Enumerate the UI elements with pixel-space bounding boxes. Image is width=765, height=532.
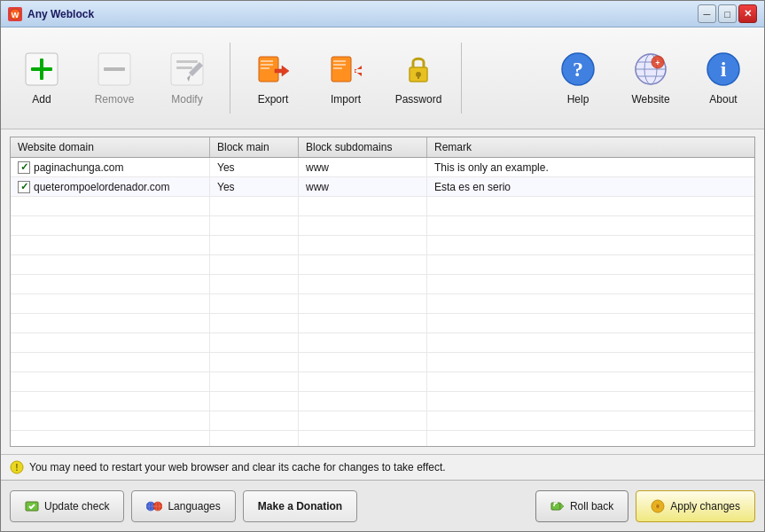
password-button[interactable]: Password — [383, 38, 454, 118]
col-block-main: Block main — [210, 137, 299, 157]
password-icon — [400, 51, 437, 88]
rollback-button[interactable]: Roll back — [535, 490, 628, 522]
separator-1 — [230, 43, 230, 113]
svg-rect-6 — [104, 67, 125, 71]
empty-row — [11, 372, 754, 392]
apply-label: Apply changes — [670, 500, 740, 512]
import-button[interactable]: Import — [310, 38, 381, 118]
cell-block-sub-2: www — [299, 177, 427, 196]
remove-icon — [96, 51, 133, 88]
svg-rect-14 — [261, 64, 273, 66]
cell-block-main-2: Yes — [210, 177, 299, 196]
help-button[interactable]: ? Help — [543, 38, 613, 118]
cell-block-sub-1: www — [299, 158, 427, 176]
svg-rect-25 — [418, 74, 419, 79]
languages-label: Languages — [168, 500, 220, 512]
svg-rect-4 — [31, 67, 52, 71]
restore-button[interactable]: □ — [718, 4, 737, 23]
empty-row — [11, 333, 754, 353]
password-label: Password — [395, 93, 442, 106]
empty-row — [11, 255, 754, 275]
rollback-label: Roll back — [570, 500, 613, 512]
help-icon: ? — [559, 51, 597, 88]
row-checkbox-1[interactable] — [18, 161, 30, 174]
add-button[interactable]: Add — [6, 38, 77, 118]
about-icon: i — [705, 51, 742, 88]
svg-text:+: + — [655, 59, 660, 67]
remove-label: Remove — [95, 93, 135, 106]
export-icon — [254, 51, 292, 88]
toolbar: Add Remove Modify — [1, 27, 764, 129]
titlebar: W Any Weblock ─ □ ✕ — [1, 1, 764, 27]
empty-row — [11, 294, 754, 314]
toolbar-right-group: ? Help + — [543, 38, 759, 118]
svg-text:W: W — [12, 11, 20, 20]
svg-marker-22 — [355, 66, 362, 76]
empty-row — [11, 197, 754, 216]
apply-icon — [651, 499, 665, 513]
table-body: paginachunga.com Yes www This is only an… — [11, 158, 754, 446]
donate-button[interactable]: Make a Donation — [243, 490, 357, 522]
svg-rect-21 — [333, 67, 342, 69]
statusbar: ! You may need to restart your web brows… — [1, 454, 764, 480]
bottombar: Update check Languages Make a Donation — [1, 480, 764, 531]
table-header: Website domain Block main Block subdomai… — [11, 137, 754, 158]
update-check-label: Update check — [44, 500, 109, 512]
svg-point-51 — [656, 505, 660, 508]
status-text: You may need to restart your web browser… — [29, 461, 446, 473]
empty-row — [11, 392, 754, 411]
update-check-icon — [25, 499, 39, 513]
website-label: Website — [631, 93, 669, 106]
table-row[interactable]: paginachunga.com Yes www This is only an… — [11, 158, 754, 177]
col-remark: Remark — [427, 137, 754, 157]
cell-remark-2: Esta es en serio — [427, 177, 754, 196]
modify-button[interactable]: Modify — [152, 38, 222, 118]
export-label: Export — [258, 93, 289, 106]
empty-row — [11, 216, 754, 236]
export-button[interactable]: Export — [238, 38, 308, 118]
col-domain: Website domain — [11, 137, 210, 157]
table-row[interactable]: queterompoelordenador.com Yes www Esta e… — [11, 177, 754, 197]
about-label: About — [709, 93, 737, 106]
cell-domain-2: queterompoelordenador.com — [11, 177, 210, 196]
app-icon: W — [8, 7, 22, 21]
modify-label: Modify — [171, 93, 202, 106]
empty-row — [11, 353, 754, 372]
empty-row — [11, 275, 754, 294]
languages-button[interactable]: Languages — [131, 490, 235, 522]
window-title: Any Weblock — [27, 8, 698, 20]
close-button[interactable]: ✕ — [738, 4, 757, 23]
cell-domain-1: paginachunga.com — [11, 158, 210, 176]
about-button[interactable]: i About — [688, 38, 759, 118]
cell-remark-1: This is only an example. — [427, 158, 754, 176]
empty-row — [11, 411, 754, 431]
empty-row — [11, 236, 754, 255]
minimize-button[interactable]: ─ — [698, 4, 716, 23]
window-controls: ─ □ ✕ — [698, 4, 757, 23]
domains-table: Website domain Block main Block subdomai… — [10, 137, 755, 447]
svg-rect-15 — [261, 67, 269, 69]
svg-marker-48 — [560, 503, 564, 510]
website-icon: + — [632, 51, 669, 88]
help-label: Help — [567, 93, 589, 106]
svg-rect-9 — [176, 66, 192, 69]
update-check-button[interactable]: Update check — [10, 490, 124, 522]
cell-block-main-1: Yes — [210, 158, 299, 176]
empty-row — [11, 314, 754, 333]
status-icon: ! — [10, 460, 24, 474]
svg-text:?: ? — [573, 58, 583, 81]
languages-icon — [146, 499, 162, 513]
svg-rect-19 — [333, 60, 346, 62]
empty-row — [11, 431, 754, 446]
main-window: W Any Weblock ─ □ ✕ Add — [0, 0, 765, 532]
svg-text:!: ! — [15, 463, 18, 473]
remove-button[interactable]: Remove — [79, 38, 150, 118]
rollback-icon — [550, 499, 565, 513]
website-button[interactable]: + Website — [615, 38, 686, 118]
svg-rect-13 — [261, 60, 273, 62]
donate-label: Make a Donation — [258, 500, 342, 512]
modify-icon — [168, 51, 206, 88]
add-icon — [23, 51, 60, 88]
apply-button[interactable]: Apply changes — [636, 490, 755, 522]
row-checkbox-2[interactable] — [18, 181, 30, 193]
